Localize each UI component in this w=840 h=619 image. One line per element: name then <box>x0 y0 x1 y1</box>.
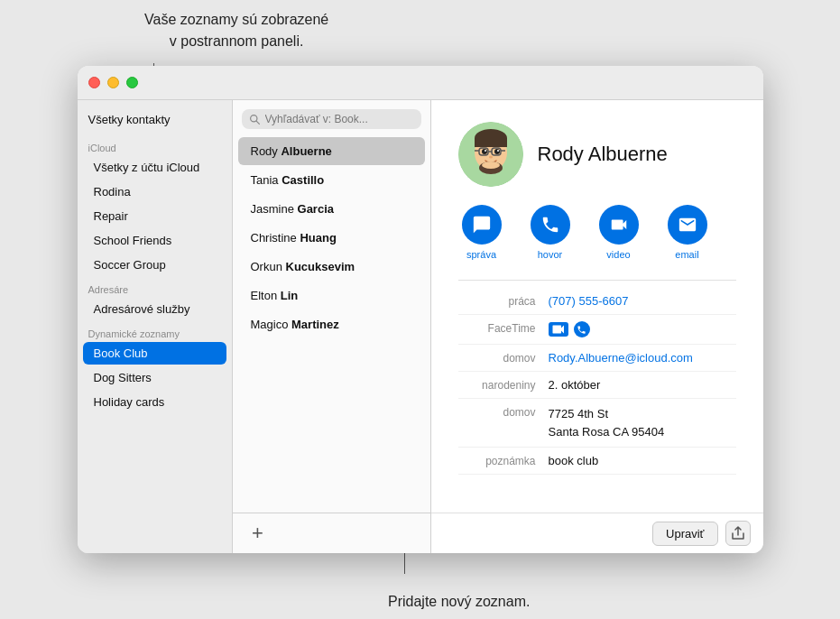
birthday-label: narodeniny <box>458 378 549 392</box>
contact-name: Rody Albuerne <box>538 143 668 166</box>
svg-point-6 <box>482 149 487 154</box>
email-field-value[interactable]: Rody.Albuerne@icloud.com <box>549 351 736 365</box>
sidebar-item-book-club[interactable]: Book Club <box>83 342 226 365</box>
detail-panel: Rody Albuerne správa hovor <box>431 100 763 553</box>
facetime-label: FaceTime <box>458 321 549 337</box>
info-row-phone: práca (707) 555-6607 <box>458 288 736 315</box>
content-area: Všetky kontakty iCloud Všetky z účtu iCl… <box>78 100 763 553</box>
message-icon <box>462 205 502 245</box>
svg-point-7 <box>494 149 500 154</box>
sidebar-item-all-contacts[interactable]: Všetky kontakty <box>78 107 232 132</box>
share-button[interactable] <box>725 521 751 546</box>
call-label: hovor <box>538 249 563 260</box>
search-icon <box>249 114 261 125</box>
sidebar: Všetky kontakty iCloud Všetky z účtu iCl… <box>78 100 233 553</box>
contact-item-6[interactable]: Elton Lin <box>238 282 425 310</box>
search-input[interactable] <box>265 113 414 125</box>
address-value: 7725 4th StSanta Rosa CA 95404 <box>549 405 736 440</box>
sidebar-item-holiday-cards[interactable]: Holiday cards <box>83 391 226 413</box>
sidebar-section-dynamic: Dynamické zoznamy <box>78 321 232 341</box>
info-row-note: poznámka book club <box>458 448 736 475</box>
contacts-bottom: + <box>233 513 430 553</box>
sidebar-item-adresar-sluzby[interactable]: Adresárové služby <box>83 298 226 320</box>
avatar <box>458 122 523 187</box>
bottom-actions: Upraviť <box>652 521 750 546</box>
svg-line-1 <box>256 121 259 124</box>
info-row-birthday: narodeniny 2. október <box>458 372 736 399</box>
action-message-button[interactable]: správa <box>462 205 502 260</box>
action-call-button[interactable]: hovor <box>531 205 570 260</box>
address-label: domov <box>458 405 549 440</box>
info-row-facetime: FaceTime <box>458 315 736 345</box>
detail-content: Rody Albuerne správa hovor <box>431 100 763 513</box>
facetime-value <box>549 321 736 337</box>
phone-label: práca <box>458 294 549 308</box>
annotation-top: Vaše zoznamy sú zobrazené v postrannom p… <box>144 9 328 52</box>
action-email-button[interactable]: email <box>668 205 707 260</box>
close-button[interactable] <box>88 77 100 88</box>
call-icon <box>531 205 570 245</box>
video-icon <box>599 205 639 245</box>
info-row-email: domov Rody.Albuerne@icloud.com <box>458 345 736 372</box>
svg-point-9 <box>497 150 499 152</box>
note-label: poznámka <box>458 454 549 467</box>
note-value: book club <box>549 454 736 467</box>
email-label: email <box>675 249 698 260</box>
divider-1 <box>458 280 736 281</box>
contact-item-5[interactable]: Orkun Kucuksevim <box>238 253 425 281</box>
maximize-button[interactable] <box>126 77 138 88</box>
contact-header: Rody Albuerne <box>458 122 736 187</box>
email-field-label: domov <box>458 351 549 365</box>
contact-item-4[interactable]: Christine Huang <box>238 224 425 252</box>
contact-item-3[interactable]: Jasmine Garcia <box>238 195 425 223</box>
sidebar-section-adresar: Adresáre <box>78 277 232 297</box>
birthday-value: 2. október <box>549 378 736 392</box>
email-icon <box>668 205 707 245</box>
facetime-phone-icon[interactable] <box>574 321 590 337</box>
svg-point-8 <box>485 150 486 152</box>
phone-value[interactable]: (707) 555-6607 <box>549 294 736 308</box>
info-row-address: domov 7725 4th StSanta Rosa CA 95404 <box>458 399 736 448</box>
contact-item-1[interactable]: Rody Albuerne <box>238 137 425 165</box>
video-label: video <box>606 249 630 260</box>
detail-bottom-inner: Upraviť <box>444 521 751 546</box>
traffic-lights <box>88 77 138 88</box>
sidebar-item-dog-sitters[interactable]: Dog Sitters <box>83 366 226 389</box>
facetime-icons <box>549 321 736 337</box>
avatar-memoji <box>458 122 523 187</box>
contacts-scroll: Rody Albuerne Tania Castillo Jasmine Gar… <box>233 136 430 513</box>
action-video-button[interactable]: video <box>599 205 639 260</box>
message-label: správa <box>466 249 496 260</box>
svg-rect-5 <box>475 138 507 147</box>
minimize-button[interactable] <box>107 77 119 88</box>
titlebar <box>78 66 763 100</box>
sidebar-section-icloud: iCloud <box>78 135 232 155</box>
svg-point-15 <box>489 156 493 159</box>
main-window: Všetky kontakty iCloud Všetky z účtu iCl… <box>78 66 763 553</box>
add-contact-button[interactable]: + <box>245 521 271 546</box>
search-input-container[interactable] <box>242 109 421 129</box>
sidebar-item-repair[interactable]: Repair <box>83 205 226 227</box>
contact-item-2[interactable]: Tania Castillo <box>238 166 425 194</box>
sidebar-item-rodina[interactable]: Rodina <box>83 180 226 203</box>
contacts-list: Rody Albuerne Tania Castillo Jasmine Gar… <box>233 100 431 553</box>
svg-point-17 <box>482 162 500 169</box>
share-icon <box>732 526 744 540</box>
annotation-bottom: Pridajte nový zoznam. <box>388 594 530 610</box>
search-bar <box>233 100 430 136</box>
contact-item-7[interactable]: Magico Martinez <box>238 310 425 338</box>
edit-button[interactable]: Upraviť <box>652 522 717 546</box>
detail-bottom: Upraviť <box>431 513 763 553</box>
facetime-video-icon[interactable] <box>549 322 568 337</box>
sidebar-item-vsetky-icloud[interactable]: Všetky z účtu iCloud <box>83 156 226 179</box>
action-buttons: správa hovor video <box>458 205 736 260</box>
sidebar-item-school-friends[interactable]: School Friends <box>83 229 226 252</box>
sidebar-item-soccer-group[interactable]: Soccer Group <box>83 254 226 276</box>
avatar-svg <box>458 122 523 187</box>
